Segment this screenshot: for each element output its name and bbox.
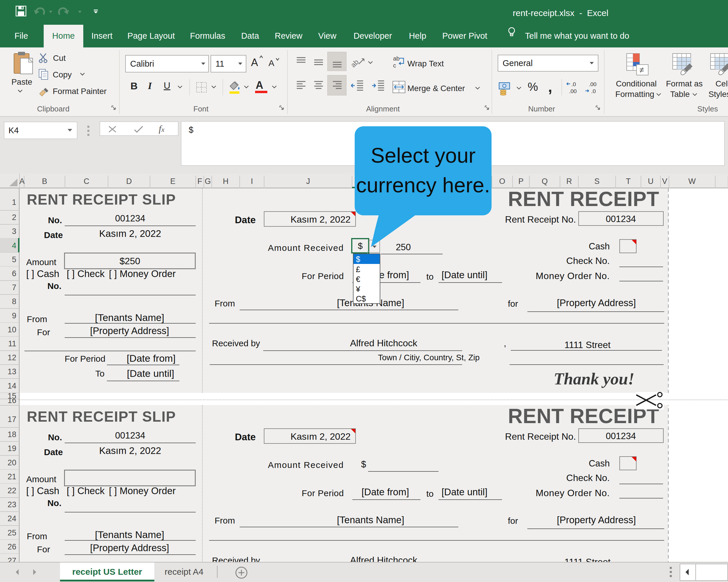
svg-text:.00: .00	[569, 88, 577, 94]
svg-text:.0: .0	[591, 88, 596, 94]
svg-text:≠: ≠	[640, 65, 644, 75]
svg-text:.00: .00	[589, 81, 596, 87]
svg-text:ab: ab	[393, 55, 399, 62]
svg-text:c: c	[393, 62, 396, 69]
svg-text:.0: .0	[571, 81, 576, 87]
svg-text:ab: ab	[351, 58, 360, 69]
